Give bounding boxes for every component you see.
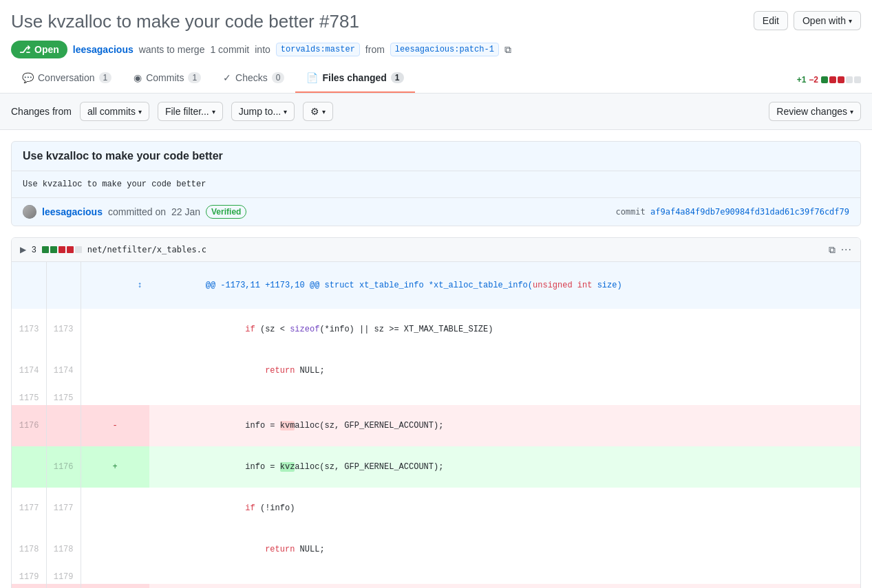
commit-author-row: leesagacious committed on 22 Jan Verifie…	[12, 198, 860, 226]
files-icon: 📄	[306, 72, 318, 83]
chevron-down-icon-jump: ▾	[284, 108, 287, 116]
expand-hunk-icon[interactable]: ↕	[138, 281, 142, 290]
base-branch[interactable]: torvalds:master	[276, 43, 360, 56]
toolbar-right: Review changes ▾	[769, 102, 861, 121]
table-row: 1180 - memset(info, 0, sizeof(*info));	[12, 584, 860, 588]
line-content: return NULL;	[149, 350, 860, 391]
chevron-down-icon-commits: ▾	[138, 108, 142, 116]
line-sign	[81, 350, 149, 391]
file-more-options-button[interactable]: ···	[841, 243, 852, 256]
merge-icon: ⎇	[19, 44, 30, 55]
commit-author-link[interactable]: leesagacious	[42, 206, 103, 217]
right-line-num[interactable]: 1176	[46, 446, 81, 488]
author-link[interactable]: leesagacious	[73, 44, 134, 55]
left-line-num[interactable]: 1175	[12, 391, 46, 405]
hunk-sign: ↕	[81, 262, 149, 309]
tab-conversation-label: Conversation	[38, 72, 95, 83]
diff-bar-2	[829, 76, 836, 83]
hunk-content: @@ -1173,11 +1173,10 @@ struct xt_table_…	[149, 262, 860, 309]
left-line-num[interactable]: 1180	[12, 584, 46, 588]
table-row: 1175 1175	[12, 391, 860, 405]
hunk-right-num	[46, 262, 81, 309]
left-line-num[interactable]: 1174	[12, 350, 46, 391]
line-sign: -	[81, 405, 149, 446]
hunk-header-row: ↕ @@ -1173,11 +1173,10 @@ struct xt_tabl…	[12, 262, 860, 309]
avatar	[23, 205, 36, 219]
left-line-num[interactable]: 1173	[12, 309, 46, 350]
right-line-num[interactable]: 1174	[46, 350, 81, 391]
into-text: into	[255, 44, 270, 55]
tab-files-changed[interactable]: 📄 Files changed 1	[295, 67, 414, 93]
tab-conversation[interactable]: 💬 Conversation 1	[11, 67, 123, 93]
toolbar: Changes from all commits ▾ File filter..…	[0, 94, 872, 130]
right-line-num[interactable]: 1175	[46, 391, 81, 405]
line-sign	[81, 570, 149, 584]
commit-text: commit	[615, 207, 645, 217]
left-line-num[interactable]: 1178	[12, 529, 46, 570]
tab-commits[interactable]: ◉ Commits 1	[123, 67, 212, 93]
diff-bars	[821, 76, 861, 83]
line-content: return NULL;	[149, 529, 860, 570]
line-sign	[81, 488, 149, 529]
right-line-num[interactable]: 1173	[46, 309, 81, 350]
left-line-num[interactable]: 1176	[12, 405, 46, 446]
title-actions: Edit Open with ▾	[754, 11, 861, 30]
diff-plus: +1	[797, 75, 807, 85]
line-content: info = kvzalloc(sz, GFP_KERNEL_ACCOUNT);	[149, 446, 860, 488]
page-header: Use kvzalloc to make your code better #7…	[0, 0, 872, 94]
commit-info-box: Use kvzalloc to make your code better Us…	[11, 141, 861, 226]
file-path: net/netfilter/x_tables.c	[87, 245, 206, 254]
file-diff-bar-4	[67, 246, 74, 253]
line-content: if (sz < sizeof(*info) || sz >= XT_MAX_T…	[149, 309, 860, 350]
tab-checks[interactable]: ✓ Checks 0	[212, 67, 295, 93]
file-filter-dropdown[interactable]: File filter... ▾	[158, 102, 223, 121]
status-badge: ⎇ Open	[11, 41, 67, 58]
line-content	[149, 391, 860, 405]
pr-title: Use kvzalloc to make your code better #7…	[11, 11, 359, 32]
line-sign: -	[81, 584, 149, 588]
diff-bar-4	[846, 76, 853, 83]
all-commits-dropdown[interactable]: all commits ▾	[80, 102, 149, 121]
settings-dropdown[interactable]: ⚙ ▾	[303, 102, 333, 121]
right-line-num[interactable]: 1177	[46, 488, 81, 529]
edit-button[interactable]: Edit	[754, 11, 788, 30]
jump-to-dropdown[interactable]: Jump to... ▾	[231, 102, 295, 121]
open-with-button[interactable]: Open with ▾	[794, 11, 861, 30]
left-line-num[interactable]: 1179	[12, 570, 46, 584]
copy-file-path-button[interactable]: ⧉	[829, 244, 836, 256]
hunk-left-num	[12, 262, 46, 309]
commit-hash-value[interactable]: af9af4a84f9db7e90984fd31dad61c39f76cdf79	[650, 207, 849, 217]
chevron-down-icon-settings: ▾	[322, 108, 326, 116]
tabs-row: 💬 Conversation 1 ◉ Commits 1 ✓ Checks 0 …	[11, 67, 861, 93]
right-line-num	[46, 584, 81, 588]
file-expand-button[interactable]: ▶	[20, 245, 26, 254]
line-content	[149, 570, 860, 584]
commit-date: 22 Jan	[171, 206, 200, 217]
table-row: 1177 1177 if (!info)	[12, 488, 860, 529]
tab-commits-label: Commits	[146, 72, 184, 83]
conversation-icon: 💬	[22, 72, 34, 83]
table-row: 1178 1178 return NULL;	[12, 529, 860, 570]
from-text: from	[365, 44, 385, 55]
right-line-num[interactable]: 1178	[46, 529, 81, 570]
tab-checks-count: 0	[272, 72, 285, 83]
chevron-down-icon: ▾	[849, 17, 852, 25]
file-header: ▶ 3 net/netfilter/x_tables.c ⧉ ···	[12, 238, 860, 262]
left-line-num[interactable]: 1177	[12, 488, 46, 529]
right-line-num[interactable]: 1179	[46, 570, 81, 584]
expand-icon: ▶	[20, 245, 26, 254]
commit-message: Use kvzalloc to make your code better	[12, 171, 860, 198]
committed-text: committed on	[108, 206, 166, 217]
review-changes-button[interactable]: Review changes ▾	[769, 102, 861, 121]
line-sign	[81, 309, 149, 350]
line-content: info = kvmalloc(sz, GFP_KERNEL_ACCOUNT);	[149, 405, 860, 446]
commits-count: 1 commit	[210, 44, 249, 55]
copy-icon[interactable]: ⧉	[504, 44, 511, 56]
verified-badge: Verified	[206, 205, 246, 219]
table-row: 1176 - info = kvmalloc(sz, GFP_KERNEL_AC…	[12, 405, 860, 446]
head-branch[interactable]: leesagacious:patch-1	[390, 43, 499, 56]
file-change-count: 3	[32, 245, 36, 254]
chevron-down-icon-filter: ▾	[212, 108, 215, 116]
tab-files-label: Files changed	[322, 72, 386, 83]
changes-from-label: Changes from	[11, 106, 72, 117]
